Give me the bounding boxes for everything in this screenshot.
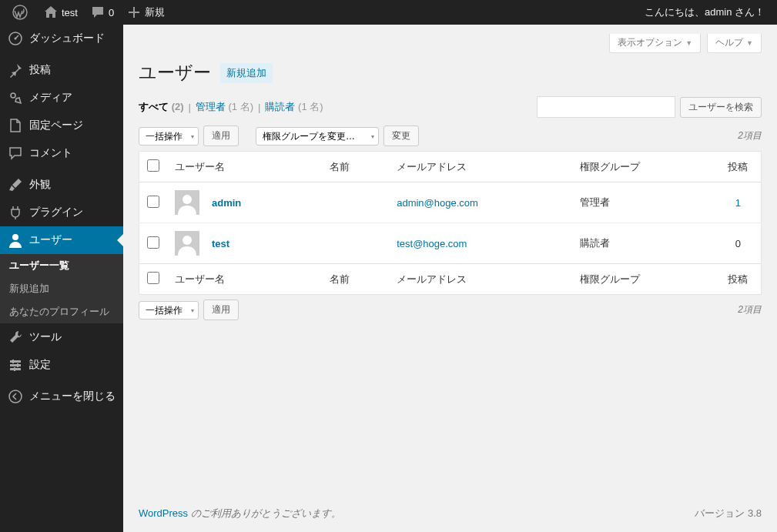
- sidebar-item-label: ツール: [29, 330, 62, 344]
- collapse-label: メニューを閉じる: [29, 390, 116, 403]
- email-link[interactable]: test@hoge.com: [397, 238, 467, 249]
- items-count-bottom: 2項目: [738, 303, 762, 316]
- submenu-item-add-new[interactable]: 新規追加: [0, 277, 123, 300]
- screen-meta: 表示オプション▼ ヘルプ▼: [139, 32, 762, 53]
- comment-icon: [8, 146, 23, 161]
- screen-options-button[interactable]: 表示オプション▼: [609, 34, 701, 53]
- column-role[interactable]: 権限グループ: [572, 152, 715, 182]
- change-role-button[interactable]: 変更: [383, 125, 419, 146]
- sidebar-item-label: 固定ページ: [29, 119, 83, 132]
- svg-point-3: [11, 93, 15, 98]
- column-email[interactable]: メールアドレス: [389, 152, 572, 182]
- page-title: ユーザー: [139, 61, 211, 85]
- svg-rect-6: [10, 364, 21, 366]
- search-users-input[interactable]: [537, 96, 675, 118]
- avatar: [175, 190, 199, 215]
- sidebar-item-label: 外観: [29, 178, 51, 192]
- wp-logo-menu[interactable]: [6, 0, 37, 25]
- sidebar-item-label: 投稿: [29, 63, 51, 77]
- wordpress-link[interactable]: WordPress: [139, 507, 188, 519]
- sidebar-item-label: プラグイン: [29, 206, 83, 219]
- avatar: [175, 231, 199, 256]
- comment-icon: [90, 5, 105, 20]
- select-all-bottom[interactable]: [147, 272, 159, 284]
- sidebar-item-appearance[interactable]: 外観: [0, 171, 123, 199]
- sidebar-item-comments[interactable]: コメント: [0, 139, 123, 167]
- row-checkbox[interactable]: [147, 236, 159, 249]
- add-new-user-button[interactable]: 新規追加: [220, 63, 273, 83]
- user-icon: [8, 233, 23, 248]
- chevron-down-icon: ▼: [685, 39, 692, 47]
- column-name[interactable]: 名前: [322, 152, 389, 182]
- account-menu[interactable]: こんにちは、admin さん！: [638, 0, 771, 25]
- collapse-menu[interactable]: メニューを閉じる: [0, 383, 123, 410]
- admin-bar: test 0 新規 こんにちは、admin さん！: [0, 0, 777, 25]
- column-name[interactable]: 名前: [322, 264, 389, 295]
- search-users-button[interactable]: ユーザーを検索: [680, 97, 762, 118]
- svg-rect-10: [14, 367, 15, 371]
- column-posts[interactable]: 投稿: [715, 264, 762, 295]
- role-cell: 管理者: [572, 182, 715, 223]
- sidebar-item-label: コメント: [29, 146, 72, 160]
- dashboard-icon: [8, 31, 23, 46]
- column-posts[interactable]: 投稿: [715, 152, 762, 182]
- svg-rect-9: [17, 363, 18, 367]
- sidebar-item-plugins[interactable]: プラグイン: [0, 199, 123, 226]
- sidebar-item-settings[interactable]: 設定: [0, 351, 123, 379]
- admin-sidebar: ダッシュボード 投稿 メディア 固定ページ コメント 外観 プラグイン ユーザー…: [0, 25, 123, 532]
- site-name-menu[interactable]: test: [37, 0, 84, 25]
- bulk-action-select-top[interactable]: 一括操作: [139, 127, 199, 146]
- column-username[interactable]: ユーザー名: [167, 152, 322, 182]
- filter-subscriber[interactable]: 購読者 (1 名): [265, 100, 323, 114]
- username-link[interactable]: admin: [212, 197, 241, 209]
- email-link[interactable]: admin@hoge.com: [397, 197, 478, 209]
- wordpress-icon: [12, 5, 28, 20]
- sidebar-item-label: ダッシュボード: [29, 32, 105, 45]
- column-role[interactable]: 権限グループ: [572, 264, 715, 295]
- settings-icon: [8, 357, 23, 373]
- filter-administrator[interactable]: 管理者 (1 名): [196, 100, 253, 114]
- submenu-users: ユーザー一覧 新規追加 あなたのプロフィール: [0, 254, 123, 323]
- comments-menu[interactable]: 0: [84, 0, 120, 25]
- sidebar-item-tools[interactable]: ツール: [0, 323, 123, 351]
- row-checkbox[interactable]: [147, 196, 159, 208]
- page-icon: [8, 118, 23, 133]
- users-table: ユーザー名 名前 メールアドレス 権限グループ 投稿 admin admin@h…: [139, 151, 762, 295]
- sidebar-item-users[interactable]: ユーザー: [0, 226, 123, 254]
- apply-button-top[interactable]: 適用: [203, 125, 239, 146]
- svg-point-2: [15, 38, 17, 40]
- sidebar-item-posts[interactable]: 投稿: [0, 56, 123, 84]
- svg-rect-8: [12, 360, 14, 363]
- apply-button-bottom[interactable]: 適用: [203, 299, 239, 320]
- sidebar-item-media[interactable]: メディア: [0, 84, 123, 112]
- select-all-top[interactable]: [147, 159, 159, 172]
- collapse-icon: [8, 389, 23, 404]
- brush-icon: [8, 177, 23, 192]
- sidebar-item-pages[interactable]: 固定ページ: [0, 112, 123, 139]
- help-button[interactable]: ヘルプ▼: [707, 34, 762, 53]
- submenu-item-profile[interactable]: あなたのプロフィール: [0, 300, 123, 323]
- sidebar-item-dashboard[interactable]: ダッシュボード: [0, 25, 123, 52]
- column-username[interactable]: ユーザー名: [167, 264, 322, 295]
- plus-icon: [126, 5, 142, 20]
- chevron-down-icon: ▼: [746, 39, 753, 47]
- sidebar-item-label: 設定: [29, 358, 51, 372]
- column-email[interactable]: メールアドレス: [389, 264, 572, 295]
- comments-count: 0: [109, 7, 114, 18]
- username-link[interactable]: test: [212, 238, 229, 249]
- pin-icon: [8, 62, 23, 78]
- admin-footer: WordPress のご利用ありがとうございます。 バージョン 3.8: [123, 495, 777, 532]
- new-content-menu[interactable]: 新規: [120, 0, 171, 25]
- posts-count: 0: [735, 238, 741, 249]
- svg-point-15: [183, 236, 192, 245]
- svg-rect-5: [10, 360, 21, 363]
- submenu-item-users-list[interactable]: ユーザー一覧: [0, 254, 123, 277]
- home-icon: [43, 5, 59, 20]
- posts-count-link[interactable]: 1: [735, 197, 741, 209]
- table-row: admin admin@hoge.com 管理者 1: [139, 182, 762, 223]
- site-name: test: [62, 7, 78, 18]
- new-label: 新規: [145, 5, 165, 19]
- filter-all[interactable]: すべて (2): [139, 100, 184, 114]
- bulk-action-select-bottom[interactable]: 一括操作: [139, 301, 199, 320]
- change-role-select[interactable]: 権限グループを変更…: [256, 127, 379, 146]
